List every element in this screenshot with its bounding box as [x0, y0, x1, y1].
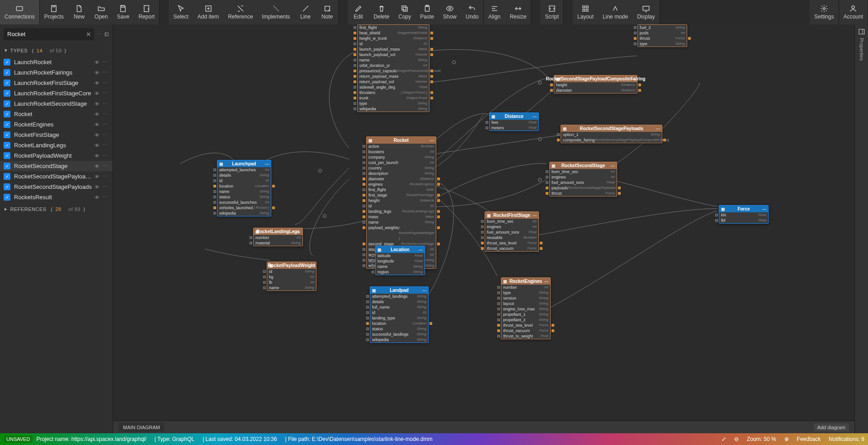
properties-panel-icon[interactable] — [858, 28, 865, 35]
field-row[interactable]: numberInt — [254, 235, 302, 240]
field-row[interactable]: latitudeFloat — [376, 253, 425, 258]
line-button[interactable]: Line — [295, 0, 316, 24]
field-row[interactable]: return_payload_massMass — [358, 74, 429, 79]
visibility-icon[interactable]: 👁 — [93, 164, 101, 169]
node-topright[interactable]: fuel_2StringpodsIntthrustForcetypeString — [637, 24, 687, 47]
implements-button[interactable]: Implements — [258, 0, 295, 24]
field-row[interactable]: thrust_sea_levelForce — [485, 240, 538, 246]
field-row[interactable]: massMass — [367, 214, 436, 220]
script-button[interactable]: Script — [540, 0, 563, 24]
field-row[interactable]: kgInt — [267, 274, 316, 280]
field-row[interactable]: typeString — [358, 101, 429, 106]
field-row[interactable]: kNFloat — [719, 212, 768, 218]
field-row[interactable]: locationLocation — [217, 183, 271, 189]
field-row[interactable]: first_stageRocketFirstStage — [367, 192, 436, 198]
type-item[interactable]: RocketFirstStage👁⋯ — [0, 130, 113, 140]
field-row[interactable]: idString — [267, 269, 316, 274]
fit-icon[interactable]: ⤢ — [722, 436, 726, 442]
field-row[interactable]: launch_payload_massMass — [358, 47, 429, 52]
field-row[interactable]: thrusters[ DragonThrust ] — [358, 90, 429, 95]
field-row[interactable]: wikipediaString — [217, 211, 271, 216]
field-row[interactable]: launch_payload_volVolume — [358, 52, 429, 57]
field-row[interactable]: orbit_duration_yrInt — [358, 63, 429, 68]
show-button[interactable]: Show — [439, 0, 461, 24]
field-row[interactable]: composite_fairingRocketSecondStagePayloa… — [561, 137, 662, 143]
visibility-icon[interactable]: 👁 — [93, 174, 101, 179]
align-button[interactable]: Align — [484, 0, 505, 24]
field-row[interactable]: height_w_trunkDistance — [358, 36, 429, 41]
zoom-in-icon[interactable]: ⊕ — [784, 436, 789, 442]
field-row[interactable]: longitudeFloat — [376, 258, 425, 264]
field-row[interactable]: nameString — [217, 189, 271, 194]
field-row[interactable]: lbfFloat — [719, 218, 768, 223]
field-row[interactable]: full_nameString — [370, 304, 428, 310]
field-row[interactable]: pressurized_capsuleDragonPressurizedCaps… — [358, 68, 429, 74]
field-row[interactable]: locationLocation — [370, 321, 428, 326]
checkbox-icon[interactable] — [4, 69, 10, 76]
field-row[interactable]: payloadsRocketSecondStagePayloads — [550, 185, 617, 191]
field-row[interactable]: idID — [370, 310, 428, 315]
account-button[interactable]: Account — [839, 0, 868, 24]
reference-button[interactable]: Reference — [223, 0, 257, 24]
field-row[interactable]: enginesInt — [485, 224, 538, 230]
type-item[interactable]: Rocket👁⋯ — [0, 109, 113, 119]
type-item[interactable]: RocketsResult👁⋯ — [0, 192, 113, 202]
field-row[interactable]: nameString — [358, 57, 429, 63]
visibility-icon[interactable]: 👁 — [93, 132, 101, 138]
field-row[interactable]: sidewall_angle_degFloat — [358, 84, 429, 90]
field-row[interactable]: successful_landingsString — [370, 332, 428, 337]
field-row[interactable]: lbInt — [267, 280, 316, 285]
field-row[interactable]: regionString — [376, 269, 425, 275]
visibility-icon[interactable]: 👁 — [93, 91, 101, 96]
field-row[interactable]: attempted_landingsString — [370, 294, 428, 299]
field-row[interactable]: wikipediaString — [370, 337, 428, 342]
add-diagram-button[interactable]: Add diagram — [814, 423, 849, 431]
zoom-out-icon[interactable]: ⊖ — [734, 436, 739, 442]
field-row[interactable]: first_flightString — [358, 25, 429, 30]
note-button[interactable]: Note — [316, 0, 338, 24]
field-row[interactable]: metersFloat — [490, 125, 538, 131]
settings-button[interactable]: Settings — [810, 0, 838, 24]
layout-button[interactable]: Layout — [573, 0, 598, 24]
node-secondstage[interactable]: ▦RocketSecondStage—burn_time_secIntengin… — [549, 162, 617, 197]
type-item[interactable]: RocketSecondStage👁⋯ — [0, 161, 113, 171]
more-icon[interactable]: ⋯ — [101, 101, 109, 107]
type-item[interactable]: LaunchRocketFirstStageCore👁⋯ — [0, 88, 113, 98]
more-icon[interactable]: ⋯ — [101, 122, 109, 127]
checkbox-icon[interactable] — [4, 173, 10, 180]
visibility-icon[interactable]: 👁 — [93, 184, 101, 190]
field-row[interactable]: companyString — [367, 155, 436, 160]
type-item[interactable]: RocketLandingLegs👁⋯ — [0, 140, 113, 150]
more-icon[interactable]: ⋯ — [101, 90, 109, 96]
field-row[interactable]: propellant_2String — [501, 317, 550, 323]
field-row[interactable]: thrust_vacuumForce — [501, 328, 550, 333]
checkbox-icon[interactable] — [4, 111, 10, 117]
checkbox-icon[interactable] — [4, 163, 10, 169]
more-icon[interactable]: ⋯ — [101, 184, 109, 190]
field-row[interactable]: typeString — [638, 41, 687, 47]
field-row[interactable]: burn_time_secInt — [485, 219, 538, 224]
field-row[interactable]: materialString — [254, 240, 302, 246]
panel-toggle-icon[interactable] — [104, 31, 109, 38]
field-row[interactable]: statusString — [370, 326, 428, 332]
linemode-button[interactable]: Line mode — [598, 0, 632, 24]
node-launchpad[interactable]: ▦Launchpad—attempted_launchesIntdetailsS… — [217, 160, 271, 216]
checkbox-icon[interactable] — [4, 152, 10, 159]
checkbox-icon[interactable] — [4, 183, 10, 190]
type-item[interactable]: RocketSecondStagePayloads👁⋯ — [0, 182, 113, 192]
node-compfairing[interactable]: ▦RocketSecondStagePayloadCompositeFairin… — [554, 75, 637, 94]
field-row[interactable]: boostersInt — [367, 149, 436, 155]
checkbox-icon[interactable] — [4, 80, 10, 86]
type-item[interactable]: LaunchRocketFirstStage👁⋯ — [0, 78, 113, 88]
save-button[interactable]: Save — [112, 0, 134, 24]
field-row[interactable]: vehicles_launched[ Rocket ] — [217, 205, 271, 211]
checkbox-icon[interactable] — [4, 131, 10, 138]
more-icon[interactable]: ⋯ — [101, 194, 109, 200]
diagram-canvas[interactable]: first_flightStringheat_shieldDragonHeatS… — [113, 24, 854, 433]
node-payloadweight[interactable]: ▦RocketPayloadWeight—idStringkgIntlbIntn… — [267, 262, 316, 291]
feedback-link[interactable]: Feedback — [797, 436, 821, 442]
more-icon[interactable]: ⋯ — [101, 142, 109, 148]
checkbox-icon[interactable] — [4, 142, 10, 149]
field-row[interactable]: descriptionString — [367, 171, 436, 176]
checkbox-icon[interactable] — [4, 100, 10, 107]
